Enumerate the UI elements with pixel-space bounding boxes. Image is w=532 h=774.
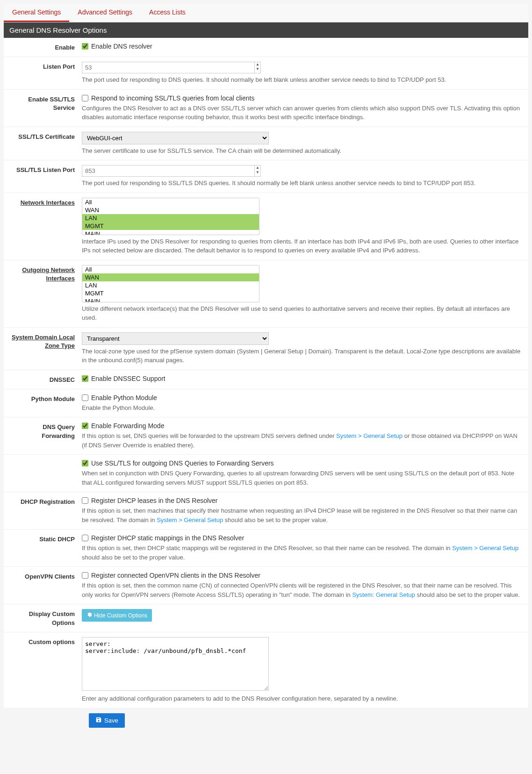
- custom-display-label: Display Custom Options: [9, 609, 82, 627]
- listen-port-input[interactable]: [82, 62, 255, 73]
- zone-type-select[interactable]: Transparent: [82, 332, 269, 345]
- fwd-checkbox-label: Enable Forwarding Mode: [91, 422, 164, 430]
- fwd-help: If this option is set, DNS queries will …: [82, 431, 523, 450]
- fwd-ssl-checkbox[interactable]: [82, 460, 88, 466]
- spinner-buttons[interactable]: ▲▼: [255, 62, 261, 73]
- custom-opts-label: Custom options: [9, 637, 82, 646]
- fwd-ssl-spacer: [9, 459, 82, 460]
- dhcp-reg-checkbox[interactable]: [82, 497, 88, 504]
- ovpn-checkbox[interactable]: [82, 572, 88, 579]
- python-checkbox-label: Enable Python Module: [91, 394, 157, 401]
- static-dhcp-label: Static DHCP: [9, 534, 82, 544]
- spinner-up-icon[interactable]: ▲: [255, 165, 260, 170]
- fwd-checkbox[interactable]: [82, 423, 88, 429]
- ssl-cert-select[interactable]: WebGUI-cert: [82, 132, 269, 144]
- static-dhcp-checkbox[interactable]: [82, 535, 88, 541]
- hide-custom-options-label: Hide Custom Options: [94, 612, 147, 619]
- ssl-port-label: SSL/TLS Listen Port: [9, 165, 82, 174]
- custom-opts-textarea[interactable]: [82, 637, 269, 691]
- listen-port-help: The port used for responding to DNS quer…: [82, 75, 523, 85]
- tab-access-lists[interactable]: Access Lists: [141, 4, 194, 22]
- ssl-cert-label: SSL/TLS Certificate: [9, 132, 82, 141]
- tabs-bar: General Settings Advanced Settings Acces…: [4, 4, 528, 22]
- fwd-link[interactable]: System > General Setup: [336, 432, 403, 439]
- spinner-up-icon[interactable]: ▲: [255, 62, 260, 67]
- python-help: Enable the Python Module.: [82, 403, 523, 413]
- dnssec-checkbox[interactable]: [82, 375, 88, 382]
- listen-port-label: Listen Port: [9, 62, 82, 71]
- ovpn-label: OpenVPN Clients: [9, 572, 82, 581]
- zone-type-help: The local-zone type used for the pfSense…: [82, 347, 523, 365]
- save-icon: [95, 717, 102, 724]
- ssl-cert-help: The server certificate to use for SSL/TL…: [82, 146, 523, 156]
- panel-title: General DNS Resolver Options: [4, 22, 528, 38]
- net-if-label: Network Interfaces: [9, 198, 82, 207]
- out-if-select[interactable]: All WAN LAN MGMT MAIN: [82, 265, 259, 302]
- enable-checkbox-label: Enable DNS resolver: [91, 43, 152, 50]
- fwd-label: DNS Query Forwarding: [9, 422, 82, 440]
- hide-custom-options-button[interactable]: Hide Custom Options: [82, 609, 152, 622]
- ssl-service-checkbox[interactable]: [82, 95, 88, 101]
- enable-label: Enable: [9, 43, 82, 52]
- ssl-port-help: The port used for responding to SSL/TLS …: [82, 179, 523, 188]
- net-if-help: Interface IPs used by the DNS Resolver f…: [82, 237, 523, 255]
- ovpn-checkbox-label: Register connected OpenVPN clients in th…: [91, 572, 260, 579]
- ovpn-link[interactable]: System: General Setup: [352, 591, 415, 598]
- dhcp-reg-help: If this option is set, then machines tha…: [82, 506, 523, 524]
- gear-icon: [86, 612, 92, 619]
- custom-opts-help: Enter any additional configuration param…: [82, 694, 523, 703]
- spinner-down-icon[interactable]: ▼: [255, 67, 260, 72]
- out-if-label: Outgoing Network Interfaces: [9, 265, 82, 283]
- fwd-ssl-help: When set in conjunction with DNS Query F…: [82, 469, 523, 487]
- dnssec-label: DNSSEC: [9, 375, 82, 384]
- ssl-service-help: Configures the DNS Resolver to act as a …: [82, 104, 523, 122]
- tab-advanced[interactable]: Advanced Settings: [69, 4, 141, 22]
- net-if-select[interactable]: All WAN LAN MGMT MAIN: [82, 198, 259, 235]
- spinner-buttons[interactable]: ▲▼: [255, 165, 261, 177]
- spinner-down-icon[interactable]: ▼: [255, 170, 260, 175]
- dnssec-checkbox-label: Enable DNSSEC Support: [91, 375, 165, 382]
- tab-general[interactable]: General Settings: [4, 4, 69, 22]
- ovpn-help: If this option is set, then the common n…: [82, 581, 523, 599]
- static-dhcp-link[interactable]: System > General Setup: [452, 545, 518, 552]
- ssl-port-input[interactable]: [82, 165, 255, 177]
- ssl-service-label: Enable SSL/TLS Service: [9, 94, 82, 112]
- save-button[interactable]: Save: [89, 713, 125, 728]
- out-if-help: Utilize different network interface(s) t…: [82, 304, 523, 322]
- static-dhcp-checkbox-label: Register DHCP static mappings in the DNS…: [91, 534, 244, 542]
- dhcp-reg-label: DHCP Registration: [9, 497, 82, 506]
- dhcp-reg-checkbox-label: Register DHCP leases in the DNS Resolver: [91, 497, 218, 504]
- fwd-ssl-checkbox-label: Use SSL/TLS for outgoing DNS Queries to …: [91, 459, 274, 467]
- python-checkbox[interactable]: [82, 394, 88, 401]
- enable-checkbox[interactable]: [82, 43, 88, 50]
- save-label: Save: [104, 717, 118, 724]
- dhcp-reg-link[interactable]: System > General Setup: [157, 516, 223, 523]
- ssl-service-checkbox-label: Respond to incoming SSL/TLS queries from…: [91, 94, 254, 102]
- python-label: Python Module: [9, 394, 82, 403]
- static-dhcp-help: If this option is set, then DHCP static …: [82, 544, 523, 562]
- zone-type-label: System Domain Local Zone Type: [9, 332, 82, 350]
